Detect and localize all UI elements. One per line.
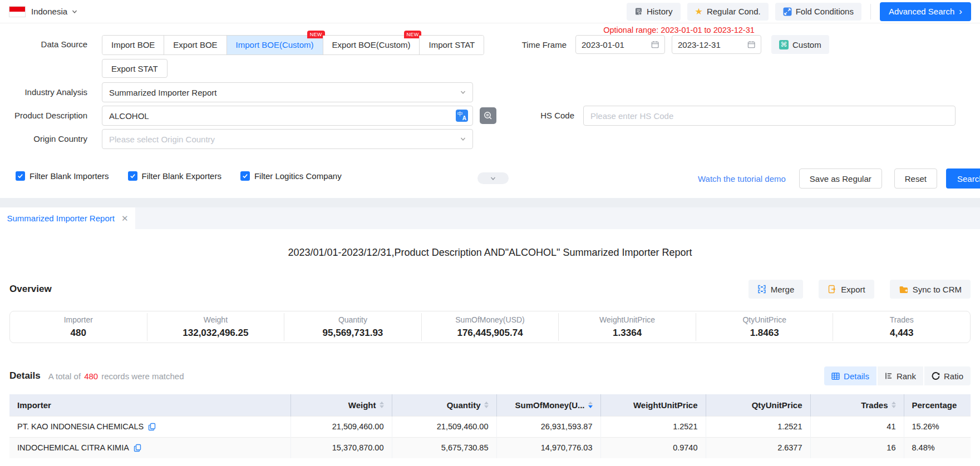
filter-blank-importers-checkbox[interactable]: Filter Blank Importers [16,171,109,181]
table-row: PT. KAO INDONESIA CHEMICALS 21,509,460.0… [9,416,971,437]
origin-country-label: Origin Country [0,130,95,148]
data-source-export-stat[interactable]: Export STAT [102,59,168,78]
regular-cond-button[interactable]: ★ Regular Cond. [687,3,769,21]
stat-value: 480 [10,328,147,339]
time-frame-row: Time Frame ⌘ Custom [483,35,829,54]
custom-range-button[interactable]: ⌘ Custom [771,35,829,54]
cell-qty-unit-price: 1.2521 [706,416,810,437]
merge-button[interactable]: Merge [748,280,804,299]
chevron-down-icon[interactable] [72,9,77,14]
copy-icon[interactable] [134,444,141,452]
col-sum-of-money-label: SumOfMoney(U... [515,400,584,410]
col-percentage-label: Percentage [912,400,957,410]
stat-quantity: Quantity95,569,731.93 [284,313,421,341]
col-qty-unit-price[interactable]: QtyUnitPrice [706,394,810,416]
details-title: Details [9,370,41,381]
matched-suffix: records were matched [101,371,184,381]
fold-conditions-button[interactable]: Fold Conditions [775,3,861,21]
stat-sum-of-money: SumOfMoney(USD)176,445,905.74 [421,313,559,341]
col-importer-label: Importer [17,400,51,410]
stat-weight-unit-price: WeightUnitPrice1.3364 [558,313,696,341]
advanced-search-label: Advanced Search [889,7,954,16]
tab-summarized-importer-report[interactable]: Summarized Importer Report ✕ [0,207,135,229]
sort-icon[interactable] [380,401,384,408]
product-description-label: Product Description [0,106,95,125]
importer-name[interactable]: PT. KAO INDONESIA CHEMICALS [17,422,144,431]
search-button[interactable]: Search [946,168,980,189]
industry-analysis-select[interactable]: Summarized Importer Report [102,82,473,102]
matched-prefix: A total of [48,371,81,381]
save-as-regular-button[interactable]: Save as Regular [799,168,882,189]
importer-name[interactable]: INDOCHEMICAL CITRA KIMIA [17,443,129,452]
stat-value: 4,443 [833,328,970,339]
stat-weight: Weight132,032,496.25 [147,313,284,341]
filter-blank-exporters-checkbox[interactable]: Filter Blank Exporters [128,171,221,181]
col-trades[interactable]: Trades [810,394,904,416]
stat-label: QtyUnitPrice [696,315,833,324]
date-from-field[interactable] [575,35,665,54]
optional-range-hint: Optional range: 2023-01-01 to 2023-12-31 [562,26,796,34]
col-weight-unit-price[interactable]: WeightUnitPrice [600,394,706,416]
product-description-field[interactable]: 中A [102,106,473,126]
stat-label: Importer [10,315,147,324]
cell-sum-of-money: 26,931,593.87 [496,416,600,437]
sort-icon[interactable] [892,401,896,408]
data-source-import-stat[interactable]: Import STAT [419,36,484,54]
sort-icon[interactable] [484,401,489,408]
hs-code-field[interactable] [583,106,956,126]
cell-percentage: 8.48% [904,437,971,458]
sort-icon-active-desc[interactable] [588,401,593,408]
copy-icon[interactable] [148,423,156,431]
data-source-import-boe-custom[interactable]: Import BOE(Custom) NEW [226,36,323,54]
col-quantity[interactable]: Quantity [392,394,496,416]
data-source-import-boe[interactable]: Import BOE [102,36,164,54]
cell-trades: 16 [810,437,904,458]
date-to-field[interactable] [672,35,761,54]
form-actions: Watch the tutorial demo Save as Regular … [698,168,980,189]
merge-icon [757,285,766,294]
tutorial-link[interactable]: Watch the tutorial demo [698,174,786,184]
fold-icon [783,7,792,16]
view-ratio-label: Ratio [944,371,963,381]
chevron-right-icon: › [959,7,962,16]
indonesia-flag [9,6,26,17]
view-details-button[interactable]: Details [824,366,876,385]
star-icon: ★ [695,6,703,17]
reset-button[interactable]: Reset [894,168,937,189]
date-from-input[interactable] [582,40,651,49]
sync-to-crm-button[interactable]: Sync to CRM [890,280,971,299]
view-rank-button[interactable]: Rank [878,366,923,385]
translate-icon[interactable]: 中A [456,110,468,122]
details-header: Details A total of480records were matche… [0,366,980,385]
data-source-export-boe-custom[interactable]: Export BOE(Custom) NEW [323,36,420,54]
table-icon [831,372,840,380]
col-importer[interactable]: Importer [9,394,290,416]
calendar-icon [747,40,755,49]
cell-weight-unit-price: 1.2521 [600,416,706,437]
close-icon[interactable]: ✕ [121,214,129,224]
col-weight[interactable]: Weight [290,394,392,416]
product-description-input[interactable] [109,111,456,121]
checkbox-checked-icon [16,171,25,181]
topbar: Indonesia History ★ Regular Cond. Fold C… [0,0,980,23]
cell-weight: 15,370,870.00 [290,437,392,458]
col-percentage[interactable]: Percentage [904,394,971,416]
country-selector-label[interactable]: Indonesia [31,7,67,16]
history-button[interactable]: History [627,3,681,21]
view-ratio-button[interactable]: Ratio [924,366,971,385]
export-button[interactable]: Export [819,280,874,299]
col-weight-unit-price-label: WeightUnitPrice [633,400,698,410]
col-sum-of-money[interactable]: SumOfMoney(U... [496,394,600,416]
stat-label: SumOfMoney(USD) [422,315,559,324]
collapse-form-button[interactable] [477,172,509,184]
hs-code-input[interactable] [590,111,948,121]
filter-logistics-company-checkbox[interactable]: Filter Logitics Company [240,171,342,181]
fold-conditions-label: Fold Conditions [796,7,854,16]
filter-checkbox-row: Filter Blank Importers Filter Blank Expo… [16,171,342,181]
stat-value: 95,569,731.93 [284,328,421,339]
origin-country-select[interactable]: Please select Origin Country [102,129,473,149]
col-trades-label: Trades [861,400,888,410]
data-source-export-boe[interactable]: Export BOE [164,36,226,54]
advanced-search-button[interactable]: Advanced Search › [880,2,971,21]
date-to-input[interactable] [678,40,747,49]
